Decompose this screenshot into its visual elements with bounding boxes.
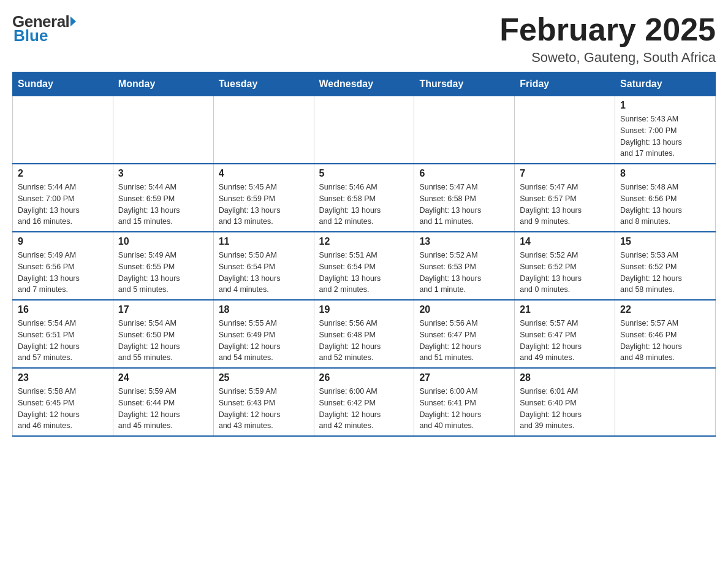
day-info: Sunrise: 5:44 AMSunset: 6:59 PMDaylight:… bbox=[118, 182, 208, 228]
col-sunday: Sunday bbox=[13, 72, 113, 96]
table-row bbox=[113, 96, 213, 164]
table-row: 2Sunrise: 5:44 AMSunset: 7:00 PMDaylight… bbox=[13, 164, 113, 232]
table-row: 14Sunrise: 5:52 AMSunset: 6:52 PMDayligh… bbox=[515, 232, 615, 300]
table-row: 6Sunrise: 5:47 AMSunset: 6:58 PMDaylight… bbox=[414, 164, 515, 232]
day-number: 13 bbox=[419, 236, 509, 247]
day-number: 5 bbox=[319, 168, 409, 179]
calendar-week-row: 16Sunrise: 5:54 AMSunset: 6:51 PMDayligh… bbox=[13, 300, 716, 368]
day-info: Sunrise: 5:46 AMSunset: 6:58 PMDaylight:… bbox=[319, 182, 409, 228]
table-row: 15Sunrise: 5:53 AMSunset: 6:52 PMDayligh… bbox=[615, 232, 716, 300]
day-info: Sunrise: 5:57 AMSunset: 6:46 PMDaylight:… bbox=[620, 318, 710, 364]
day-info: Sunrise: 5:44 AMSunset: 7:00 PMDaylight:… bbox=[18, 182, 108, 228]
day-info: Sunrise: 5:55 AMSunset: 6:49 PMDaylight:… bbox=[219, 318, 309, 364]
day-info: Sunrise: 5:49 AMSunset: 6:56 PMDaylight:… bbox=[18, 250, 108, 296]
calendar-week-row: 9Sunrise: 5:49 AMSunset: 6:56 PMDaylight… bbox=[13, 232, 716, 300]
day-number: 14 bbox=[520, 236, 610, 247]
day-number: 19 bbox=[319, 304, 409, 315]
table-row: 5Sunrise: 5:46 AMSunset: 6:58 PMDaylight… bbox=[314, 164, 414, 232]
calendar-week-row: 1Sunrise: 5:43 AMSunset: 7:00 PMDaylight… bbox=[13, 96, 716, 164]
logo-arrow-icon bbox=[70, 17, 76, 26]
table-row bbox=[414, 96, 515, 164]
day-number: 24 bbox=[118, 372, 208, 383]
table-row: 22Sunrise: 5:57 AMSunset: 6:46 PMDayligh… bbox=[615, 300, 716, 368]
day-info: Sunrise: 5:49 AMSunset: 6:55 PMDaylight:… bbox=[118, 250, 208, 296]
day-info: Sunrise: 5:48 AMSunset: 6:56 PMDaylight:… bbox=[620, 182, 710, 228]
table-row: 13Sunrise: 5:52 AMSunset: 6:53 PMDayligh… bbox=[414, 232, 515, 300]
table-row: 8Sunrise: 5:48 AMSunset: 6:56 PMDaylight… bbox=[615, 164, 716, 232]
table-row: 4Sunrise: 5:45 AMSunset: 6:59 PMDaylight… bbox=[213, 164, 314, 232]
day-number: 28 bbox=[520, 372, 610, 383]
day-info: Sunrise: 5:50 AMSunset: 6:54 PMDaylight:… bbox=[219, 250, 309, 296]
day-number: 10 bbox=[118, 236, 208, 247]
calendar-week-row: 2Sunrise: 5:44 AMSunset: 7:00 PMDaylight… bbox=[13, 164, 716, 232]
table-row bbox=[515, 96, 615, 164]
day-info: Sunrise: 5:51 AMSunset: 6:54 PMDaylight:… bbox=[319, 250, 409, 296]
table-row: 1Sunrise: 5:43 AMSunset: 7:00 PMDaylight… bbox=[615, 96, 716, 164]
logo-blue-text: Blue bbox=[12, 26, 48, 45]
day-number: 16 bbox=[18, 304, 108, 315]
calendar-week-row: 23Sunrise: 5:58 AMSunset: 6:45 PMDayligh… bbox=[13, 368, 716, 436]
day-info: Sunrise: 5:47 AMSunset: 6:58 PMDaylight:… bbox=[419, 182, 509, 228]
day-info: Sunrise: 6:00 AMSunset: 6:41 PMDaylight:… bbox=[419, 386, 509, 432]
day-number: 12 bbox=[319, 236, 409, 247]
day-number: 7 bbox=[520, 168, 610, 179]
day-number: 20 bbox=[419, 304, 509, 315]
table-row: 10Sunrise: 5:49 AMSunset: 6:55 PMDayligh… bbox=[113, 232, 213, 300]
table-row: 20Sunrise: 5:56 AMSunset: 6:47 PMDayligh… bbox=[414, 300, 515, 368]
day-number: 27 bbox=[419, 372, 509, 383]
table-row: 11Sunrise: 5:50 AMSunset: 6:54 PMDayligh… bbox=[213, 232, 314, 300]
table-row: 12Sunrise: 5:51 AMSunset: 6:54 PMDayligh… bbox=[314, 232, 414, 300]
page-header: General Blue February 2025 Soweto, Gaute… bbox=[12, 12, 716, 66]
table-row: 16Sunrise: 5:54 AMSunset: 6:51 PMDayligh… bbox=[13, 300, 113, 368]
day-info: Sunrise: 5:59 AMSunset: 6:44 PMDaylight:… bbox=[118, 386, 208, 432]
table-row: 17Sunrise: 5:54 AMSunset: 6:50 PMDayligh… bbox=[113, 300, 213, 368]
day-number: 18 bbox=[219, 304, 309, 315]
day-number: 25 bbox=[219, 372, 309, 383]
day-number: 23 bbox=[18, 372, 108, 383]
day-info: Sunrise: 6:00 AMSunset: 6:42 PMDaylight:… bbox=[319, 386, 409, 432]
table-row: 9Sunrise: 5:49 AMSunset: 6:56 PMDaylight… bbox=[13, 232, 113, 300]
day-number: 15 bbox=[620, 236, 710, 247]
col-monday: Monday bbox=[113, 72, 213, 96]
col-tuesday: Tuesday bbox=[213, 72, 314, 96]
col-thursday: Thursday bbox=[414, 72, 515, 96]
table-row: 19Sunrise: 5:56 AMSunset: 6:48 PMDayligh… bbox=[314, 300, 414, 368]
day-number: 21 bbox=[520, 304, 610, 315]
location-title: Soweto, Gauteng, South Africa bbox=[499, 50, 716, 66]
table-row bbox=[13, 96, 113, 164]
day-info: Sunrise: 5:45 AMSunset: 6:59 PMDaylight:… bbox=[219, 182, 309, 228]
day-info: Sunrise: 5:52 AMSunset: 6:52 PMDaylight:… bbox=[520, 250, 610, 296]
calendar-table: Sunday Monday Tuesday Wednesday Thursday… bbox=[12, 72, 716, 437]
logo: General Blue bbox=[12, 12, 76, 45]
month-title: February 2025 bbox=[499, 12, 716, 47]
calendar-header-row: Sunday Monday Tuesday Wednesday Thursday… bbox=[13, 72, 716, 96]
day-number: 4 bbox=[219, 168, 309, 179]
day-info: Sunrise: 5:57 AMSunset: 6:47 PMDaylight:… bbox=[520, 318, 610, 364]
day-number: 26 bbox=[319, 372, 409, 383]
table-row: 23Sunrise: 5:58 AMSunset: 6:45 PMDayligh… bbox=[13, 368, 113, 436]
day-info: Sunrise: 5:59 AMSunset: 6:43 PMDaylight:… bbox=[219, 386, 309, 432]
day-info: Sunrise: 5:56 AMSunset: 6:48 PMDaylight:… bbox=[319, 318, 409, 364]
day-info: Sunrise: 5:52 AMSunset: 6:53 PMDaylight:… bbox=[419, 250, 509, 296]
day-number: 1 bbox=[620, 100, 710, 111]
day-number: 11 bbox=[219, 236, 309, 247]
day-number: 8 bbox=[620, 168, 710, 179]
day-number: 3 bbox=[118, 168, 208, 179]
table-row bbox=[314, 96, 414, 164]
day-info: Sunrise: 5:54 AMSunset: 6:50 PMDaylight:… bbox=[118, 318, 208, 364]
day-info: Sunrise: 5:54 AMSunset: 6:51 PMDaylight:… bbox=[18, 318, 108, 364]
table-row: 27Sunrise: 6:00 AMSunset: 6:41 PMDayligh… bbox=[414, 368, 515, 436]
day-number: 9 bbox=[18, 236, 108, 247]
table-row: 26Sunrise: 6:00 AMSunset: 6:42 PMDayligh… bbox=[314, 368, 414, 436]
title-block: February 2025 Soweto, Gauteng, South Afr… bbox=[499, 12, 716, 66]
table-row bbox=[615, 368, 716, 436]
day-info: Sunrise: 5:47 AMSunset: 6:57 PMDaylight:… bbox=[520, 182, 610, 228]
day-info: Sunrise: 5:53 AMSunset: 6:52 PMDaylight:… bbox=[620, 250, 710, 296]
table-row: 21Sunrise: 5:57 AMSunset: 6:47 PMDayligh… bbox=[515, 300, 615, 368]
day-number: 22 bbox=[620, 304, 710, 315]
day-info: Sunrise: 5:56 AMSunset: 6:47 PMDaylight:… bbox=[419, 318, 509, 364]
table-row: 7Sunrise: 5:47 AMSunset: 6:57 PMDaylight… bbox=[515, 164, 615, 232]
table-row: 25Sunrise: 5:59 AMSunset: 6:43 PMDayligh… bbox=[213, 368, 314, 436]
day-info: Sunrise: 6:01 AMSunset: 6:40 PMDaylight:… bbox=[520, 386, 610, 432]
table-row bbox=[213, 96, 314, 164]
